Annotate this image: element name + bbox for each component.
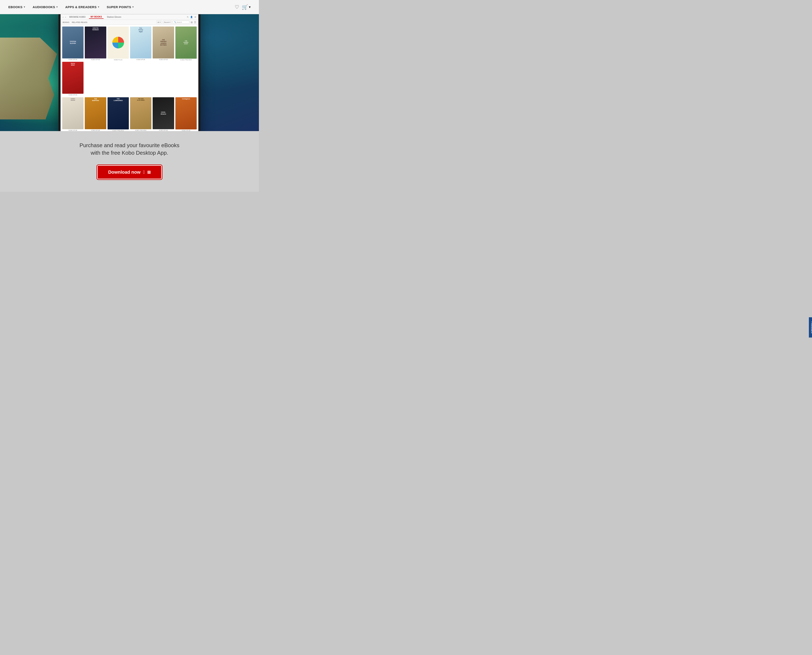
nav-item-audiobooks[interactable]: AUDIOBOOKS ▾ (32, 5, 58, 9)
laptop-screen: ‹ › BROWSE KOBO MY BOOKS Station Eleven … (60, 14, 198, 131)
download-label: Download now (108, 169, 140, 175)
forward-arrow-icon: › (65, 15, 66, 18)
book-cover-orenda: THEORENDAJOSEPHBOYDEN (153, 26, 174, 58)
toolbar-controls: All ▾ Recent ▾ 🔍 Search ⊞ (156, 21, 196, 24)
book-grid-row1: STATIONELEVEN KOBO EPUB KRISTINHANNAH KO… (60, 25, 198, 97)
refresh-icon: ↻ (187, 16, 189, 18)
book-cover-miller: HenryMiller (62, 62, 83, 94)
book-item-smitten-kitchen[interactable]: smittenkitchen KOBO EPUB (62, 97, 83, 131)
apple-icon:  (143, 169, 145, 175)
nav-label-audiobooks: AUDIOBOOKS (32, 5, 55, 9)
search-icon: 🔍 (174, 21, 176, 23)
book-item-colorful[interactable]: KOBO PLUS (108, 26, 129, 60)
windows-icon: ⊞ (147, 170, 151, 175)
chevron-down-icon: ▾ (249, 5, 251, 9)
cart-button[interactable]: 🛒 (242, 4, 248, 10)
book-cover-contagious: Contagious (175, 97, 197, 129)
tab-browse-kobo[interactable]: BROWSE KOBO (68, 15, 87, 18)
book-format-cockroach: KOBO EPUB (153, 130, 174, 131)
book-cover-cockroach: COCK-ROACH (153, 97, 174, 129)
back-arrow-icon: ‹ (63, 15, 63, 18)
book-format-one-snowy-night: KOBO EPUB (130, 59, 151, 60)
laptop-mockup: ‹ › BROWSE KOBO MY BOOKS Station Eleven … (58, 14, 200, 131)
book-item-luminaries[interactable]: THELUMINARIES KOBO PREVIEW (108, 97, 129, 131)
book-cover-sun-also-rises: THE SUNALSO RISES (130, 97, 151, 129)
nav-right: ♡ 🛒 ▾ (235, 4, 251, 10)
search-input[interactable]: 🔍 Search (173, 21, 189, 24)
nav-item-apps[interactable]: APPS & eREADERS ▾ (65, 5, 99, 9)
pie-chart-icon (112, 36, 125, 49)
tab-my-books[interactable]: MY BOOKS (89, 15, 103, 19)
laptop-toolbar: BOOKS RELATED READS All ▾ Recent ▾ (60, 20, 198, 25)
list-view-icon[interactable]: ☰ (194, 21, 196, 24)
book-item-kristin-hannah[interactable]: KRISTINHANNAH KOBO EPUB (85, 26, 106, 60)
sub-tab-books[interactable]: BOOKS (63, 21, 69, 23)
book-format-buried-giant: KOBO PREVIEW (175, 59, 197, 60)
laptop-nav: ‹ › BROWSE KOBO MY BOOKS Station Eleven … (60, 14, 198, 20)
toolbar-sub-tabs: BOOKS RELATED READS (63, 21, 87, 23)
profile-icon: 👤 (190, 16, 193, 18)
nav-left: eBOOKS ▾ AUDIOBOOKS ▾ APPS & eREADERS ▾ … (8, 5, 134, 9)
book-cover-kristin-hannah: KRISTINHANNAH (85, 26, 106, 58)
book-cover-station-eleven: STATIONELEVEN (62, 26, 83, 58)
nav-item-ebooks[interactable]: eBOOKS ▾ (8, 5, 25, 9)
hero-content: Escape from email and indulge your love … (0, 14, 259, 131)
chevron-down-icon: ▾ (24, 6, 25, 8)
book-cover-luminaries: THELUMINARIES (108, 97, 129, 129)
filter-all-select[interactable]: All ▾ (156, 21, 161, 24)
filter-recent-select[interactable]: Recent ▾ (163, 21, 171, 24)
book-item-miller[interactable]: HenryMiller KOBO EPUB (62, 62, 83, 95)
sub-tab-related[interactable]: RELATED READS (72, 21, 87, 23)
tab-station-eleven[interactable]: Station Eleven (105, 15, 123, 18)
book-item-sun-also-rises[interactable]: THE SUNALSO RISES KOBO PREVIEW (130, 97, 151, 131)
cart-area[interactable]: 🛒 ▾ (242, 4, 251, 10)
nav-item-superpoints[interactable]: SUPER POINTS ▾ (107, 5, 134, 9)
book-item-station-eleven[interactable]: STATIONELEVEN KOBO EPUB (62, 26, 83, 60)
book-item-orenda[interactable]: THEORENDAJOSEPHBOYDEN KOBO EPUB (153, 26, 174, 60)
book-item-one-snowy-night[interactable]: OneSnowyNight KOBO EPUB (130, 26, 151, 60)
book-item-martian[interactable]: THEMARTIAN KOBO EPUB (85, 97, 106, 131)
book-cover-smitten-kitchen: smittenkitchen (62, 97, 83, 129)
chevron-down-icon: ▾ (160, 21, 161, 23)
nav-label-superpoints: SUPER POINTS (107, 5, 131, 9)
download-now-button[interactable]: Download now  ⊞ (97, 165, 162, 179)
book-item-buried-giant[interactable]: THEBURIEDGIANT KOBO PREVIEW (175, 26, 197, 60)
grid-view-icon[interactable]: ⊞ (191, 21, 193, 24)
navbar: eBOOKS ▾ AUDIOBOOKS ▾ APPS & eREADERS ▾ … (0, 0, 259, 14)
cart-icon: 🛒 (242, 4, 248, 10)
book-item-cockroach[interactable]: COCK-ROACH KOBO EPUB (153, 97, 174, 131)
chevron-down-icon: ▾ (132, 6, 134, 8)
chevron-down-icon: ▾ (56, 6, 58, 8)
book-format-smitten-kitchen: KOBO EPUB (62, 130, 83, 131)
chevron-down-icon: ▾ (98, 6, 99, 8)
book-format-martian: KOBO EPUB (85, 130, 106, 131)
book-cover-colorful (108, 26, 129, 58)
book-format-colorful: KOBO PLUS (108, 59, 129, 60)
below-hero-section: Purchase and read your favourite eBooks … (0, 131, 259, 192)
book-format-luminaries: KOBO PREVIEW (108, 130, 129, 131)
book-format-kristin-hannah: KOBO EPUB (85, 59, 106, 60)
nav-label-ebooks: eBOOKS (8, 5, 23, 9)
settings-icon: ⚙ (194, 16, 196, 18)
hero-section: Escape from email and indulge your love … (0, 14, 259, 131)
book-cover-buried-giant: THEBURIEDGIANT (175, 26, 197, 58)
book-item-contagious[interactable]: Contagious KOBO EPUB (175, 97, 197, 131)
book-format-contagious: KOBO EPUB (175, 130, 197, 131)
book-cover-one-snowy-night: OneSnowyNight (130, 26, 151, 58)
heart-icon: ♡ (235, 4, 239, 10)
book-format-sun-also-rises: KOBO PREVIEW (130, 130, 151, 131)
laptop-container: ‹ › BROWSE KOBO MY BOOKS Station Eleven … (58, 14, 200, 131)
book-format-orenda: KOBO EPUB (153, 59, 174, 60)
chevron-down-icon: ▾ (169, 21, 171, 23)
book-format-station-eleven: KOBO EPUB (62, 59, 83, 60)
nav-label-apps: APPS & eREADERS (65, 5, 97, 9)
book-cover-martian: THEMARTIAN (85, 97, 106, 129)
purchase-text: Purchase and read your favourite eBooks … (80, 141, 179, 157)
book-format-miller: KOBO EPUB (62, 94, 83, 95)
book-grid-row2: smittenkitchen KOBO EPUB THEMARTIAN KOBO… (60, 97, 198, 131)
wishlist-button[interactable]: ♡ (235, 4, 239, 10)
